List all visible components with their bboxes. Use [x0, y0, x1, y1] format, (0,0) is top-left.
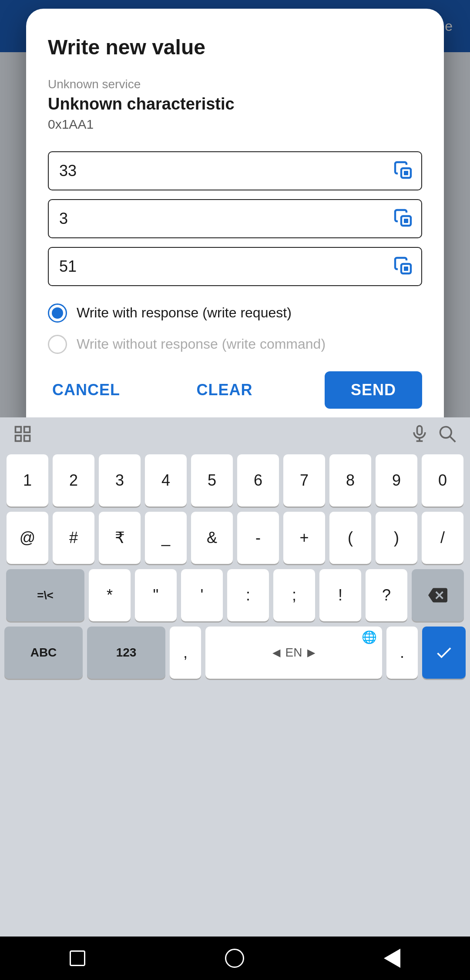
key-underscore[interactable]: _ — [145, 512, 187, 564]
radio-circle-2 — [48, 335, 67, 354]
key-minus[interactable]: - — [237, 512, 279, 564]
key-asterisk[interactable]: * — [89, 569, 131, 621]
service-label: Unknown service — [48, 77, 422, 91]
key-hash[interactable]: # — [53, 512, 94, 564]
keyboard-toolbar — [4, 424, 466, 454]
svg-rect-6 — [16, 427, 21, 433]
key-1[interactable]: 1 — [7, 454, 48, 507]
radio-section: Write with response (write request) Writ… — [48, 303, 422, 354]
svg-rect-8 — [16, 436, 21, 441]
svg-point-13 — [440, 427, 452, 438]
key-123[interactable]: 123 — [87, 627, 165, 679]
keyboard-row-bottom: ABC 123 , ◀ EN ▶ 🌐 . — [4, 627, 466, 679]
nav-bar — [0, 937, 470, 980]
copy-button-2[interactable] — [393, 208, 414, 229]
key-equals-backslash[interactable]: =\< — [6, 569, 84, 621]
nav-back-button[interactable] — [384, 949, 400, 968]
svg-rect-3 — [404, 219, 408, 223]
key-8[interactable]: 8 — [329, 454, 371, 507]
arrow-right-icon: ▶ — [307, 647, 315, 659]
svg-rect-10 — [417, 426, 422, 435]
key-singlequote[interactable]: ' — [181, 569, 223, 621]
nav-square-button[interactable] — [70, 950, 85, 966]
keyboard-grid-button[interactable] — [13, 424, 32, 447]
svg-line-14 — [450, 437, 456, 442]
key-semicolon[interactable]: ; — [273, 569, 315, 621]
value-input-1[interactable] — [48, 151, 422, 190]
dialog-title: Write new value — [48, 35, 422, 60]
nav-square-icon — [70, 950, 85, 966]
clear-button[interactable]: Clear — [192, 373, 257, 407]
key-confirm[interactable] — [422, 627, 466, 679]
key-plus[interactable]: + — [283, 512, 325, 564]
characteristic-uuid: 0x1AA1 — [48, 117, 422, 132]
nav-triangle-icon — [384, 949, 400, 968]
value-input-3[interactable] — [48, 247, 422, 286]
key-2[interactable]: 2 — [53, 454, 94, 507]
key-question[interactable]: ? — [366, 569, 407, 621]
input-group-1 — [48, 151, 422, 190]
key-6[interactable]: 6 — [237, 454, 279, 507]
action-buttons: Cancel Clear Send — [48, 371, 422, 409]
nav-circle-icon — [225, 949, 244, 968]
value-input-2[interactable] — [48, 199, 422, 238]
key-0[interactable]: 0 — [422, 454, 463, 507]
keyboard-row-numbers: 1 2 3 4 5 6 7 8 9 0 — [4, 454, 466, 507]
svg-rect-5 — [404, 267, 408, 271]
write-value-dialog: Write new value Unknown service Unknown … — [26, 9, 444, 435]
key-colon[interactable]: : — [227, 569, 269, 621]
key-ampersand[interactable]: & — [191, 512, 233, 564]
keyboard-search-button[interactable] — [438, 424, 457, 447]
key-9[interactable]: 9 — [376, 454, 417, 507]
key-space[interactable]: ◀ EN ▶ 🌐 — [205, 627, 382, 679]
key-rupee[interactable]: ₹ — [99, 512, 141, 564]
key-slash[interactable]: / — [422, 512, 463, 564]
send-button[interactable]: Send — [325, 371, 422, 409]
keyboard-row-symbols2: =\< * " ' : ; ! ? — [4, 569, 466, 621]
radio-circle-1 — [48, 303, 67, 323]
key-close-paren[interactable]: ) — [376, 512, 417, 564]
svg-rect-7 — [24, 427, 30, 433]
key-comma[interactable]: , — [170, 627, 201, 679]
key-5[interactable]: 5 — [191, 454, 233, 507]
key-3[interactable]: 3 — [99, 454, 141, 507]
keyboard: 1 2 3 4 5 6 7 8 9 0 @ # ₹ _ & - + ( ) / … — [0, 417, 470, 980]
key-doublequote[interactable]: " — [135, 569, 177, 621]
radio-label-1: Write with response (write request) — [77, 304, 292, 322]
key-7[interactable]: 7 — [283, 454, 325, 507]
keyboard-toolbar-left — [13, 424, 32, 447]
radio-option-with-response[interactable]: Write with response (write request) — [48, 303, 422, 323]
key-period[interactable]: . — [386, 627, 418, 679]
nav-home-button[interactable] — [225, 949, 244, 968]
input-group-3 — [48, 247, 422, 286]
characteristic-name: Unknown characteristic — [48, 95, 422, 113]
lang-label: EN — [285, 646, 302, 660]
key-at[interactable]: @ — [7, 512, 48, 564]
key-4[interactable]: 4 — [145, 454, 187, 507]
svg-rect-1 — [404, 171, 408, 175]
copy-button-1[interactable] — [393, 160, 414, 181]
backspace-key[interactable] — [412, 569, 464, 621]
globe-icon: 🌐 — [362, 630, 377, 644]
keyboard-rows: 1 2 3 4 5 6 7 8 9 0 @ # ₹ _ & - + ( ) / … — [4, 454, 466, 679]
key-exclamation[interactable]: ! — [319, 569, 361, 621]
radio-option-without-response[interactable]: Write without response (write command) — [48, 335, 422, 354]
radio-inner-1 — [52, 307, 63, 319]
input-group-2 — [48, 199, 422, 238]
key-abc[interactable]: ABC — [4, 627, 83, 679]
keyboard-toolbar-right — [410, 424, 457, 447]
copy-button-3[interactable] — [393, 256, 414, 277]
arrow-left-icon: ◀ — [272, 647, 280, 659]
keyboard-mic-button[interactable] — [410, 424, 429, 447]
key-open-paren[interactable]: ( — [329, 512, 371, 564]
cancel-button[interactable]: Cancel — [48, 373, 124, 407]
radio-label-2: Write without response (write command) — [77, 335, 326, 353]
svg-rect-9 — [24, 436, 30, 441]
keyboard-row-symbols1: @ # ₹ _ & - + ( ) / — [4, 512, 466, 564]
